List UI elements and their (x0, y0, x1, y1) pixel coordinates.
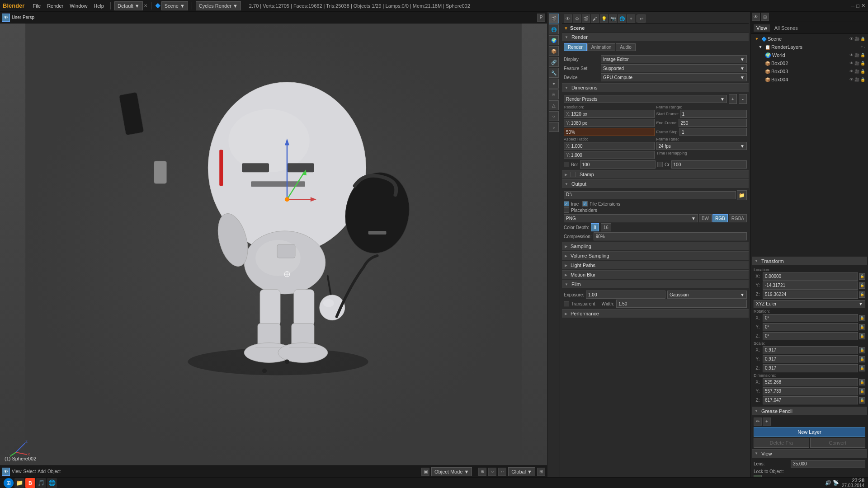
render-section-header[interactable]: ▼ Render (562, 33, 749, 41)
frame-step-field[interactable]: 1 (679, 128, 747, 136)
rot-y-lock[interactable]: 🔒 (859, 324, 865, 330)
scene-eye-icon[interactable]: 👁 (849, 37, 854, 41)
depth-16-tab[interactable]: 16 (601, 223, 611, 231)
menu-file[interactable]: File (30, 2, 43, 9)
taskbar-blender[interactable]: B (25, 478, 35, 488)
scene-cam-icon[interactable]: 🎥 (854, 37, 859, 41)
render-tab-audio[interactable]: Audio (616, 43, 636, 51)
rot-x-field[interactable]: 0° (763, 314, 858, 322)
rotation-mode-dropdown[interactable]: XYZ Euler ▼ (754, 300, 865, 308)
crop-val-field[interactable]: 100 (671, 160, 747, 169)
world-prop-icon[interactable]: 🌍 (549, 35, 559, 45)
res-y-field[interactable]: Y: 1080 px (564, 119, 655, 127)
res-x-field[interactable]: X: 1920 px (564, 110, 655, 118)
view-icon[interactable]: 👁 (2, 14, 10, 22)
transparent-checkbox[interactable] (564, 301, 569, 306)
prop-edit-icon[interactable]: ○ (488, 468, 496, 476)
scene-canvas[interactable] (0, 23, 547, 465)
scene2-icon-small[interactable]: 🌐 (618, 14, 626, 23)
object-prop-icon[interactable]: 📦 (549, 46, 559, 56)
grease-pencil-section-header[interactable]: ▼ Grease Pencil (752, 407, 867, 415)
close-btn[interactable]: ✕ (861, 3, 865, 9)
scene-panel-layer-icon[interactable]: ⊞ (761, 13, 769, 21)
motion-blur-section-header[interactable]: ▶ Motion Blur (562, 270, 749, 279)
render-presets-dropdown[interactable]: Render Presets ▼ (564, 95, 727, 103)
select-btn[interactable]: Select (24, 469, 36, 474)
dim-z-field[interactable]: 617.047 (763, 396, 858, 404)
view-icon-small[interactable]: 👁 (564, 14, 572, 23)
object-btn[interactable]: Object (47, 469, 61, 474)
loc-y-field[interactable]: -14.31721 (763, 282, 858, 290)
loc-z-field[interactable]: 519.36224 (763, 291, 858, 299)
render-icon-small[interactable]: 🎬 (582, 14, 590, 23)
transform-section-header[interactable]: ▼ Transform (752, 257, 867, 265)
windows-start-btn[interactable]: ⊞ (4, 478, 14, 488)
placeholders-checkbox[interactable] (564, 207, 569, 213)
border-val-field[interactable]: 100 (580, 160, 656, 169)
light-paths-section-header[interactable]: ▶ Light Paths (562, 261, 749, 269)
undo-icon-small[interactable]: ↩ (637, 14, 646, 23)
gp-delete-frame-btn[interactable]: Delete Fra (754, 438, 809, 448)
scene-dropdown[interactable]: Scene ▼ (161, 1, 188, 10)
transform-icon[interactable]: ↔ (498, 468, 506, 476)
scale-y-lock[interactable]: 🔒 (859, 356, 865, 362)
menu-help[interactable]: Help (91, 2, 107, 9)
box004-eye[interactable]: 👁 (849, 77, 854, 82)
scene-tree-item-box003[interactable]: 📦 Box003 👁 🎥 🔒 (752, 67, 867, 75)
stamp-section-header[interactable]: ▶ Stamp (562, 170, 749, 178)
render-tab-render[interactable]: Render (564, 43, 587, 51)
loc-x-field[interactable]: 0.00000 (763, 272, 858, 281)
loc-x-lock[interactable]: 🔒 (859, 273, 865, 280)
fps-dropdown[interactable]: 24 fps ▼ (656, 142, 747, 150)
view-mode-icon[interactable]: 👁 (2, 468, 10, 476)
view-btn[interactable]: View (12, 469, 22, 474)
feature-set-dropdown[interactable]: Supported ▼ (601, 64, 747, 72)
performance-section-header[interactable]: ▶ Performance (562, 309, 749, 318)
overwrite-checkbox[interactable]: ✓ (564, 201, 569, 206)
box004-lock[interactable]: 🔒 (860, 77, 865, 82)
dim-x-field[interactable]: 529.268 (763, 378, 858, 386)
menu-render[interactable]: Render (44, 2, 66, 9)
box002-lock[interactable]: 🔒 (860, 61, 865, 66)
lens-field[interactable]: 35.000 (791, 460, 865, 468)
scene-tree-item-renderlayers[interactable]: ▼ 📋 RenderLayers + - (752, 43, 867, 51)
scale-x-lock[interactable]: 🔒 (859, 347, 865, 353)
scene-tree-item-box002[interactable]: 📦 Box002 👁 🎥 🔒 (752, 59, 867, 67)
scene-panel-view-icon[interactable]: 👁 (752, 13, 760, 21)
presets-remove-btn[interactable]: - (739, 94, 747, 104)
taskbar-explorer[interactable]: 📁 (14, 478, 24, 488)
scale-y-field[interactable]: 0.917 (763, 355, 858, 363)
engine-dropdown[interactable]: Cycles Render ▼ (196, 1, 241, 10)
sampling-section-header[interactable]: ▶ Sampling (562, 242, 749, 250)
scene-lock-icon[interactable]: 🔒 (860, 37, 865, 41)
dim-z-lock[interactable]: 🔒 (859, 397, 865, 404)
render-tab-animation[interactable]: Animation (587, 43, 615, 51)
maximize-btn[interactable]: □ (856, 3, 859, 9)
volume-sampling-section-header[interactable]: ▶ Volume Sampling (562, 251, 749, 260)
viewport[interactable]: 👁 User Persp P (0, 12, 547, 477)
pivot-dropdown[interactable]: Global ▼ (508, 467, 535, 476)
cam-icon-small[interactable]: 📷 (609, 14, 617, 23)
presets-add-btn[interactable]: + (729, 94, 737, 104)
start-frame-field[interactable]: 1 (680, 110, 747, 118)
loc-y-lock[interactable]: 🔒 (859, 282, 865, 289)
format-dropdown[interactable]: PNG ▼ (564, 214, 698, 222)
data-icon[interactable]: △ (549, 100, 559, 110)
device-dropdown[interactable]: GPU Compute ▼ (601, 73, 747, 81)
modifier-icon[interactable]: 🔧 (549, 68, 559, 78)
taskbar-app1[interactable]: 🎵 (36, 478, 46, 488)
rl-add-icon[interactable]: + (861, 45, 863, 49)
aspect-x-field[interactable]: X: 1.000 (564, 142, 655, 150)
constraint-icon[interactable]: 🔗 (549, 57, 559, 67)
box004-cam[interactable]: 🎥 (854, 77, 859, 82)
width-field[interactable]: 1.50 (616, 300, 747, 308)
render-mode-btn[interactable]: ▣ (421, 468, 429, 476)
display-dropdown[interactable]: Image Editor ▼ (601, 55, 747, 63)
crop-checkbox[interactable] (657, 162, 663, 167)
world-lock[interactable]: 🔒 (860, 53, 865, 57)
dim-y-field[interactable]: 557.739 (763, 387, 858, 395)
box003-lock[interactable]: 🔒 (860, 69, 865, 74)
scale-z-lock[interactable]: 🔒 (859, 365, 865, 371)
layers-icon[interactable]: ⊞ (537, 468, 545, 476)
scene-prop-icon[interactable]: 🌐 (549, 24, 559, 34)
